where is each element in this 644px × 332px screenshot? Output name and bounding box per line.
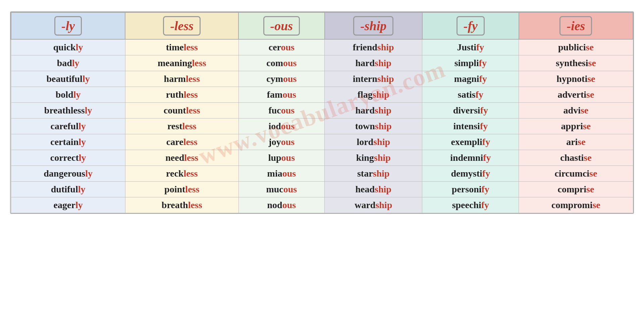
word-base: hard	[355, 58, 375, 68]
cell-ous-9: mucous	[238, 182, 324, 197]
cell-fy-5: intensify	[422, 118, 519, 134]
word-base: king	[356, 152, 374, 163]
word-base: lup	[268, 152, 281, 163]
word-suffix: ship	[373, 137, 390, 147]
word-suffix: ship	[373, 89, 389, 100]
word-base: compri	[557, 184, 586, 194]
word-suffix: fy	[479, 74, 487, 84]
cell-ous-3: famous	[238, 87, 324, 103]
cell-ous-5: iodous	[238, 118, 324, 134]
word-suffix: less	[183, 168, 198, 179]
word-suffix: less	[184, 89, 198, 100]
word-suffix: ous	[282, 200, 296, 210]
word-suffix: se	[583, 121, 591, 131]
cell-ly-8: dangerously	[11, 166, 125, 182]
word-suffix: se	[586, 42, 594, 52]
cell-ship-10: wardship	[325, 197, 422, 213]
cell-less-4: countless	[125, 103, 238, 118]
word-base: ari	[566, 137, 578, 147]
header-box-ly: -ly	[54, 16, 82, 36]
cell-less-1: meaningless	[125, 55, 238, 71]
header-ous: -ous	[238, 12, 324, 39]
cell-ies-1: synthesise	[519, 55, 633, 71]
word-suffix: ous	[281, 152, 295, 163]
cell-fy-0: Justify	[422, 39, 519, 55]
cell-less-9: pointless	[125, 182, 238, 197]
word-base: dangerous	[44, 168, 85, 179]
word-suffix: se	[587, 74, 595, 84]
cell-less-3: ruthless	[125, 87, 238, 103]
word-base: ward	[355, 200, 375, 210]
word-suffix: fy	[482, 137, 490, 147]
word-suffix: ous	[283, 184, 297, 194]
word-suffix: ous	[282, 168, 296, 179]
word-suffix: less	[188, 200, 202, 210]
word-base: harm	[164, 74, 186, 84]
word-base: quick	[53, 42, 76, 52]
word-base: point	[164, 184, 185, 194]
word-suffix: less	[186, 105, 200, 115]
word-suffix: ship	[375, 200, 392, 210]
word-suffix: ly	[78, 137, 86, 147]
word-base: cer	[269, 42, 281, 52]
word-base: count	[164, 105, 186, 115]
cell-less-6: careless	[125, 134, 238, 150]
cell-less-0: timeless	[125, 39, 238, 55]
word-suffix: se	[581, 105, 588, 115]
cell-ship-2: internship	[325, 71, 422, 87]
cell-fy-10: speechify	[422, 197, 519, 213]
word-suffix: ly	[73, 89, 81, 100]
word-suffix: less	[183, 137, 198, 147]
cell-ly-0: quickly	[11, 39, 125, 55]
cell-ous-8: miaous	[238, 166, 324, 182]
word-suffix: fy	[479, 58, 487, 68]
word-base: cym	[266, 74, 283, 84]
word-suffix: fy	[482, 184, 489, 194]
table-row: dangerouslyrecklessmiaousstarshipdemysti…	[11, 166, 633, 182]
cell-less-5: restless	[125, 118, 238, 134]
cell-ies-10: compromise	[519, 197, 633, 213]
cell-less-10: breathless	[125, 197, 238, 213]
cell-ous-6: joyous	[238, 134, 324, 150]
cell-ly-4: breathlessly	[11, 103, 125, 118]
cell-less-2: harmless	[125, 71, 238, 87]
word-base: friend	[353, 42, 377, 52]
word-suffix: ship	[375, 105, 391, 115]
word-suffix: se	[592, 200, 600, 210]
table-row: eagerlybreathlessnodouswardshipspeechify…	[11, 197, 633, 213]
word-suffix: ous	[281, 137, 294, 147]
word-suffix: ly	[78, 121, 86, 131]
cell-ous-10: nodous	[238, 197, 324, 213]
cell-ous-0: cerous	[238, 39, 324, 55]
word-base: joy	[268, 137, 281, 147]
word-suffix: se	[586, 89, 594, 100]
word-base: certain	[50, 137, 78, 147]
word-base: diversi	[453, 105, 480, 115]
cell-ly-6: certainly	[11, 134, 125, 150]
cell-fy-9: personify	[422, 182, 519, 197]
cell-ship-7: kingship	[325, 150, 422, 166]
word-base: nod	[267, 200, 282, 210]
word-base: head	[355, 184, 375, 194]
cell-ies-3: advertise	[519, 87, 633, 103]
word-base: indemni	[450, 152, 483, 163]
word-suffix: ous	[282, 89, 296, 100]
word-base: compromi	[551, 200, 592, 210]
cell-fy-3: satisfy	[422, 87, 519, 103]
word-base: flag	[358, 89, 373, 100]
word-base: hard	[355, 105, 375, 115]
cell-ship-1: hardship	[325, 55, 422, 71]
word-suffix: fy	[476, 42, 484, 52]
word-base: correct	[50, 152, 79, 163]
table-row: carefullyrestlessiodoustownshipintensify…	[11, 118, 633, 134]
word-suffix: se	[589, 168, 597, 179]
word-base: personi	[452, 184, 482, 194]
cell-ous-4: fucous	[238, 103, 324, 118]
word-suffix: fy	[483, 152, 491, 163]
word-suffix: fy	[482, 168, 490, 179]
word-base: fuc	[268, 105, 281, 115]
table-row: breathlesslycountlessfucoushardshipdiver…	[11, 103, 633, 118]
header-box-less: -less	[163, 16, 201, 36]
word-suffix: ous	[281, 42, 294, 52]
cell-ly-3: boldly	[11, 87, 125, 103]
